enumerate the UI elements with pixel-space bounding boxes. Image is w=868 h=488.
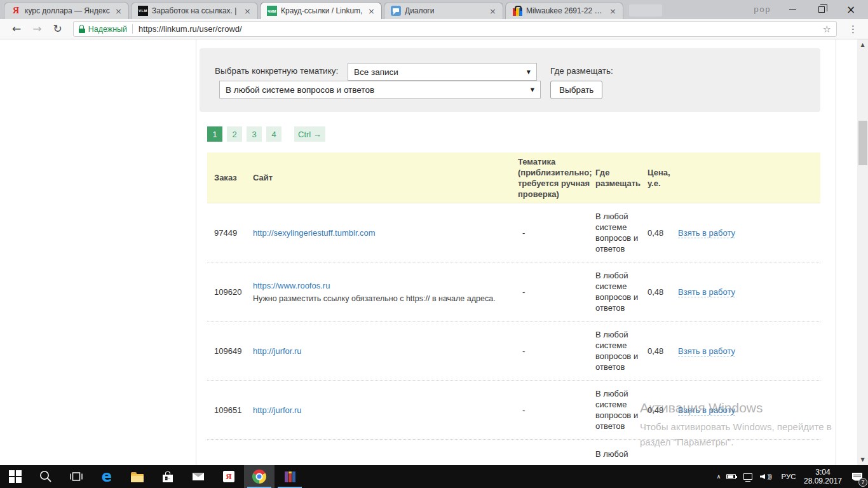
scroll-up-icon[interactable]: ▲ — [857, 42, 868, 48]
windows-logo-icon — [9, 470, 22, 483]
clock[interactable]: 3:04 28.09.2017 — [799, 468, 846, 485]
tray-date: 28.09.2017 — [804, 477, 842, 485]
window-restore-button[interactable] — [808, 0, 835, 18]
tab-close-icon[interactable]: × — [608, 6, 618, 16]
site-note: Нужно разместить ссылку обязательно с ht… — [253, 294, 518, 303]
url-text[interactable]: https://linkum.ru/user/crowd/ — [139, 24, 822, 34]
pagination: 1 2 3 4 Ctrl → — [207, 126, 325, 142]
page-1-button[interactable]: 1 — [207, 126, 222, 142]
page-4-button[interactable]: 4 — [266, 126, 281, 142]
where-filter-label: Где размещать: — [550, 66, 613, 76]
tab-close-icon[interactable]: × — [488, 6, 498, 16]
site-link[interactable]: http://sexylingeriestuff.tumblr.com — [253, 228, 518, 238]
tab-title: Заработок на ссылках. | — [152, 6, 239, 15]
window-minimize-button[interactable] — [779, 0, 806, 18]
topic-cell: - — [518, 228, 595, 238]
edge-button[interactable]: e — [92, 465, 122, 488]
tab-yandex-currency[interactable]: Я курс доллара — Яндекс × — [4, 2, 129, 19]
topic-select-value: Все записи — [354, 67, 527, 77]
content-right-border — [836, 39, 836, 465]
address-bar[interactable]: Надежный https://linkum.ru/user/crowd/ ☆ — [73, 21, 837, 37]
chrome-button-active[interactable] — [244, 465, 275, 488]
store-bag-icon — [163, 475, 173, 482]
tab-close-icon[interactable]: × — [367, 6, 376, 16]
tab-dialogs[interactable]: Диалоги × — [384, 2, 503, 19]
tab-title: Milwaukee 2691-22 M18 — [526, 6, 604, 15]
forward-icon[interactable]: → — [32, 24, 41, 34]
bookmark-star-icon[interactable]: ☆ — [823, 24, 831, 35]
battery-icon[interactable] — [726, 474, 743, 479]
tab-close-icon[interactable]: × — [243, 6, 252, 16]
take-to-work-link[interactable]: Взять в работу — [678, 405, 735, 416]
new-tab-button[interactable] — [629, 4, 662, 17]
scroll-down-icon[interactable]: ▼ — [857, 457, 868, 463]
shop-favicon-icon — [513, 8, 522, 16]
order-id: 97449 — [214, 228, 253, 238]
volume-icon[interactable]: ))) — [760, 473, 778, 480]
winrar-icon — [285, 471, 295, 482]
tab-milwaukee[interactable]: Milwaukee 2691-22 M18 × — [505, 2, 623, 19]
tab-title: Диалоги — [405, 6, 484, 15]
winrar-button[interactable] — [275, 465, 305, 488]
chevron-down-icon: ▼ — [527, 69, 531, 75]
tray-time: 3:04 — [804, 468, 842, 477]
mail-icon — [193, 473, 204, 480]
order-id: 109649 — [214, 346, 253, 356]
back-icon[interactable]: ← — [12, 24, 21, 34]
header-site: Сайт — [253, 172, 518, 183]
price-cell: 0,48 — [648, 405, 678, 415]
notification-center-button[interactable]: 7 — [846, 465, 868, 488]
language-indicator[interactable]: РУС — [778, 473, 799, 480]
window-close-button[interactable]: × — [837, 0, 864, 18]
tab-title: курс доллара — Яндекс — [25, 6, 110, 15]
search-button[interactable] — [31, 465, 61, 488]
page-content: Выбрать конкретную тематику: Все записи … — [0, 39, 868, 465]
site-link[interactable]: http://jurfor.ru — [253, 346, 518, 356]
table-row-partial: В любой — [207, 440, 820, 465]
tray-chevron-icon[interactable]: ∧ — [711, 473, 726, 480]
network-icon[interactable] — [743, 473, 760, 480]
take-to-work-link[interactable]: Взять в работу — [678, 287, 735, 297]
search-icon — [39, 470, 53, 484]
take-to-work-link[interactable]: Взять в работу — [678, 346, 735, 356]
yandex-browser-button[interactable]: Я — [214, 465, 244, 488]
where-cell: В любой — [595, 440, 648, 459]
topic-select[interactable]: Все записи ▼ — [348, 63, 537, 81]
tab-link-earnings[interactable]: VLM Заработок на ссылках. | × — [131, 2, 258, 19]
content-left-border — [196, 39, 196, 465]
security-label[interactable]: Надежный — [88, 25, 127, 34]
topic-filter-label: Выбрать конкретную тематику: — [215, 66, 338, 76]
site-link[interactable]: https://www.roofos.ru — [253, 281, 518, 290]
browser-tab-strip: Я курс доллара — Яндекс × VLM Заработок … — [0, 0, 868, 19]
system-tray: ∧ ))) РУС 3:04 28.09.2017 7 — [711, 465, 868, 488]
chrome-icon — [252, 470, 266, 484]
site-link[interactable]: http://jurfor.ru — [253, 405, 518, 415]
linkum-favicon-icon: чим — [267, 6, 277, 16]
order-id: 109620 — [214, 287, 253, 297]
where-select[interactable]: В любой системе вопросов и ответов ▼ — [219, 81, 541, 98]
file-explorer-button[interactable] — [122, 465, 153, 488]
where-select-value: В любой системе вопросов и ответов — [226, 85, 531, 95]
task-view-button[interactable] — [61, 465, 92, 488]
choose-button[interactable]: Выбрать — [550, 81, 602, 99]
vertical-scrollbar[interactable]: ▲ ▼ — [857, 39, 868, 465]
scrollbar-thumb[interactable] — [858, 121, 867, 165]
tab-close-icon[interactable]: × — [114, 6, 123, 16]
tab-crowd-links-active[interactable]: чим Крауд-ссылки / Linkum, × — [260, 2, 382, 19]
take-to-work-link[interactable]: Взять в работу — [678, 228, 735, 238]
next-page-button[interactable]: Ctrl → — [294, 126, 325, 142]
page-3-button[interactable]: 3 — [247, 126, 262, 142]
start-button[interactable] — [0, 465, 31, 488]
orders-table: Заказ Сайт Тематика (приблизительно; тре… — [207, 152, 820, 465]
topic-cell: - — [518, 287, 595, 297]
page-2-button[interactable]: 2 — [227, 126, 242, 142]
mail-button[interactable] — [183, 465, 214, 488]
edge-icon: e — [102, 469, 112, 484]
price-cell: 0,48 — [648, 228, 678, 238]
chevron-down-icon: ▼ — [531, 87, 534, 93]
store-button[interactable] — [153, 465, 183, 488]
price-cell: 0,48 — [648, 346, 678, 356]
browser-menu-icon[interactable]: ⋮ — [844, 24, 862, 35]
reload-icon[interactable]: ↻ — [53, 24, 62, 34]
folder-icon — [131, 474, 144, 482]
